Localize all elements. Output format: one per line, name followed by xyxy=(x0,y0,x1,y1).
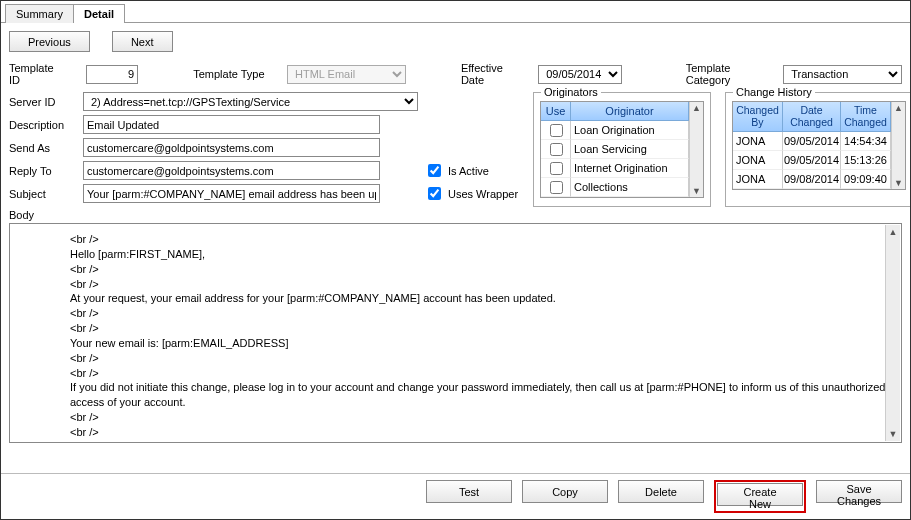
cell-date: 09/05/2014 xyxy=(783,151,841,170)
label-template-category: Template Category xyxy=(686,62,763,86)
label-uses-wrapper: Uses Wrapper xyxy=(448,188,518,200)
col-changed-by[interactable]: Changed By xyxy=(733,102,783,132)
cell-time: 14:54:34 xyxy=(841,132,891,151)
cell-date: 09/08/2014 xyxy=(783,170,841,189)
label-description: Description xyxy=(9,119,77,131)
template-type-select[interactable]: HTML Email xyxy=(287,65,406,84)
cell-by: JONA xyxy=(733,132,783,151)
is-active-checkbox[interactable]: Is Active xyxy=(424,161,489,180)
originator-name: Collections xyxy=(571,178,689,197)
reply-to-input[interactable] xyxy=(83,161,380,180)
scroll-down-icon[interactable]: ▼ xyxy=(894,177,903,189)
label-template-type: Template Type xyxy=(193,68,267,80)
table-row[interactable]: JONA09/05/201415:13:26 xyxy=(733,151,891,170)
label-send-as: Send As xyxy=(9,142,77,154)
uses-wrapper-check[interactable] xyxy=(428,187,441,200)
copy-button[interactable]: Copy xyxy=(522,480,608,503)
label-body: Body xyxy=(9,209,902,221)
delete-button[interactable]: Delete xyxy=(618,480,704,503)
server-id-select[interactable]: 2) Address=net.tcp://GPSTexting/Service xyxy=(83,92,418,111)
label-reply-to: Reply To xyxy=(9,165,77,177)
label-effective-date: Effective Date xyxy=(461,62,518,86)
tab-summary[interactable]: Summary xyxy=(5,4,74,23)
use-checkbox[interactable] xyxy=(550,124,563,137)
body-editor[interactable]: <br /> Hello [parm:FIRST_NAME], <br /> <… xyxy=(9,223,902,443)
originators-legend: Originators xyxy=(541,86,601,98)
subject-input[interactable] xyxy=(83,184,380,203)
use-checkbox[interactable] xyxy=(550,162,563,175)
scroll-up-icon[interactable]: ▲ xyxy=(887,225,900,239)
originator-name: Loan Servicing xyxy=(571,140,689,159)
template-id-input[interactable] xyxy=(86,65,138,84)
description-input[interactable] xyxy=(83,115,380,134)
table-row[interactable]: Internet Origination xyxy=(541,159,689,178)
label-is-active: Is Active xyxy=(448,165,489,177)
send-as-input[interactable] xyxy=(83,138,380,157)
table-row[interactable]: Loan Origination xyxy=(541,121,689,140)
body-scrollbar[interactable]: ▲ ▼ xyxy=(885,225,900,441)
uses-wrapper-checkbox[interactable]: Uses Wrapper xyxy=(424,184,518,203)
previous-button[interactable]: Previous xyxy=(9,31,90,52)
use-checkbox[interactable] xyxy=(550,181,563,194)
col-date-changed[interactable]: Date Changed xyxy=(783,102,841,132)
scroll-down-icon[interactable]: ▼ xyxy=(692,185,701,197)
table-row[interactable]: Collections xyxy=(541,178,689,197)
originators-scrollbar[interactable]: ▲ ▼ xyxy=(689,102,703,197)
test-button[interactable]: Test xyxy=(426,480,512,503)
cell-time: 15:13:26 xyxy=(841,151,891,170)
effective-date-select[interactable]: 09/05/2014 xyxy=(538,65,622,84)
history-grid[interactable]: Changed By Date Changed Time Changed JON… xyxy=(732,101,906,190)
history-legend: Change History xyxy=(733,86,815,98)
originator-name: Loan Origination xyxy=(571,121,689,140)
cell-date: 09/05/2014 xyxy=(783,132,841,151)
scroll-down-icon[interactable]: ▼ xyxy=(887,427,900,441)
template-category-select[interactable]: Transaction xyxy=(783,65,902,84)
next-button[interactable]: Next xyxy=(112,31,173,52)
tab-detail[interactable]: Detail xyxy=(73,4,125,23)
table-row[interactable]: Loan Servicing xyxy=(541,140,689,159)
label-server-id: Server ID xyxy=(9,96,77,108)
cell-by: JONA xyxy=(733,151,783,170)
scroll-up-icon[interactable]: ▲ xyxy=(894,102,903,114)
label-template-id: Template ID xyxy=(9,62,66,86)
col-originator[interactable]: Originator xyxy=(571,102,689,121)
col-use[interactable]: Use xyxy=(541,102,571,121)
history-scrollbar[interactable]: ▲ ▼ xyxy=(891,102,905,189)
originator-name: Internet Origination xyxy=(571,159,689,178)
table-row[interactable]: JONA09/05/201414:54:34 xyxy=(733,132,891,151)
label-subject: Subject xyxy=(9,188,77,200)
body-text[interactable]: <br /> Hello [parm:FIRST_NAME], <br /> <… xyxy=(10,224,901,443)
create-new-button[interactable]: Create New xyxy=(717,483,803,506)
cell-by: JONA xyxy=(733,170,783,189)
create-new-highlight: Create New xyxy=(714,480,806,513)
col-time-changed[interactable]: Time Changed xyxy=(841,102,891,132)
save-changes-button[interactable]: Save Changes xyxy=(816,480,902,503)
use-checkbox[interactable] xyxy=(550,143,563,156)
scroll-up-icon[interactable]: ▲ xyxy=(692,102,701,114)
is-active-check[interactable] xyxy=(428,164,441,177)
cell-time: 09:09:40 xyxy=(841,170,891,189)
change-history-groupbox: Change History Changed By Date Changed T… xyxy=(725,92,911,207)
table-row[interactable]: JONA09/08/201409:09:40 xyxy=(733,170,891,189)
originators-groupbox: Originators Use Originator Loan Originat… xyxy=(533,92,711,207)
originators-grid[interactable]: Use Originator Loan OriginationLoan Serv… xyxy=(540,101,704,198)
